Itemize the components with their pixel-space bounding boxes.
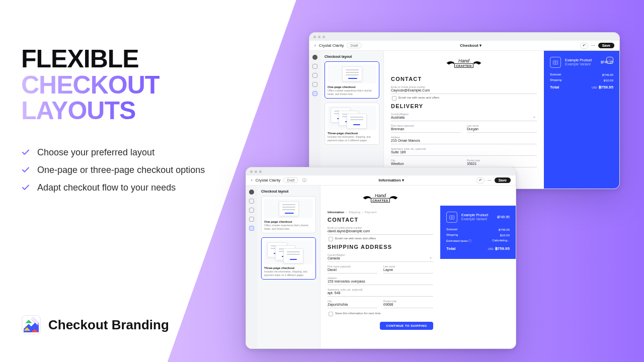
last-name-field[interactable]: Last nameLayne xyxy=(383,263,433,274)
last-name-field[interactable]: Last nameDurgan xyxy=(467,123,537,133)
city-field[interactable]: CityWestton xyxy=(391,157,461,167)
rail-layout-icon[interactable] xyxy=(312,91,317,96)
brand-logo-icon xyxy=(21,315,41,335)
option-one-page[interactable]: One-page checkout Offers a better experi… xyxy=(261,196,316,233)
optin-checkbox[interactable]: Email me with news and offers xyxy=(328,237,433,240)
brand: Checkout Branding xyxy=(21,315,169,335)
cart-icon[interactable] xyxy=(606,57,613,64)
undo-icon[interactable]: ↶ xyxy=(580,43,588,49)
window-one-page: ‹ Crystal Clarity Draft Checkout ▾ ↶ ⋯ S… xyxy=(309,32,620,189)
rail-layout-icon[interactable] xyxy=(249,226,254,231)
rail-home-icon[interactable] xyxy=(249,190,254,195)
side-panel: Checkout layout One-page checkout Offers… xyxy=(257,186,320,348)
apartment-field[interactable]: Apartment, suite, etc. (optional)apt. 54… xyxy=(328,287,433,297)
toolbar: ‹ Crystal Clarity Draft ⓘ Information ▾ … xyxy=(246,175,516,186)
tab-selector[interactable]: Checkout ▾ xyxy=(365,43,577,48)
svg-text:Hand: Hand xyxy=(458,58,470,63)
window-three-page: ‹ Crystal Clarity Draft ⓘ Information ▾ … xyxy=(246,167,516,349)
shop-name: Crystal Clarity xyxy=(256,178,281,183)
svg-point-10 xyxy=(451,217,453,218)
apartment-field[interactable]: Apartment, suite, etc. (optional)Suite 1… xyxy=(391,146,537,156)
product-thumb-icon xyxy=(550,57,561,68)
store-logo: HandCRAFTED xyxy=(328,192,433,207)
heading-shipping: SHIPPING ADDRESS xyxy=(328,244,433,250)
chevron-down-icon: ⌄ xyxy=(429,255,432,259)
panel-title: Checkout layout xyxy=(325,55,379,58)
status-badge: Draft xyxy=(283,177,298,183)
info-icon[interactable]: ⓘ xyxy=(302,177,306,183)
save-info-checkbox[interactable]: Save this information for next time xyxy=(328,312,433,315)
svg-text:Hand: Hand xyxy=(375,193,386,198)
bullet-1: Choose your preferred layout xyxy=(21,147,253,158)
svg-rect-9 xyxy=(450,216,454,219)
check-icon xyxy=(21,165,30,174)
email-field[interactable]: Email or mobile phone numberCayrosb@Exam… xyxy=(391,84,537,94)
svg-point-5 xyxy=(555,62,556,63)
undo-icon[interactable]: ↶ xyxy=(476,177,485,184)
optin-checkbox[interactable]: Email me with news and offers xyxy=(391,96,537,99)
continue-button[interactable]: CONTINUE TO SHIPPING xyxy=(380,322,433,330)
order-summary: Example ProductExample Variant ฿749.95 S… xyxy=(440,206,516,259)
save-button[interactable]: Save xyxy=(495,177,511,183)
check-icon xyxy=(21,148,30,157)
rail-item[interactable] xyxy=(312,82,317,87)
svg-text:CRAFTED: CRAFTED xyxy=(372,199,388,202)
rail-item[interactable] xyxy=(249,208,254,213)
postal-code-field[interactable]: Postal code35021 xyxy=(467,157,537,167)
check-icon xyxy=(21,183,30,192)
preview: HandCRAFTED Information › Shipping › Pay… xyxy=(320,186,516,348)
brand-name: Checkout Branding xyxy=(48,317,169,333)
hero-headline: Flexible Checkout Layouts xyxy=(21,46,253,124)
rail-item[interactable] xyxy=(249,199,254,204)
heading-contact: CONTACT xyxy=(391,76,537,82)
breadcrumb: Information › Shipping › Payment xyxy=(328,211,433,214)
product-thumb-icon xyxy=(446,212,457,223)
option-three-page[interactable]: Three-page checkout Includes the informa… xyxy=(325,103,379,145)
shop-name: Crystal Clarity xyxy=(319,43,344,48)
first-name-field[interactable]: First name (optional)David xyxy=(328,263,377,274)
first-name-field[interactable]: First name (optional)Brennan xyxy=(391,123,461,133)
rail-item[interactable] xyxy=(312,73,317,78)
heading-contact: CONTACT xyxy=(328,217,433,223)
postal-code-field[interactable]: Postal code69088 xyxy=(383,298,433,308)
rail-home-icon[interactable] xyxy=(312,55,317,60)
hero-bullets: Choose your preferred layout One-page or… xyxy=(21,147,253,193)
bullet-3: Adapt checkout flow to your needs xyxy=(21,183,253,193)
address-field[interactable]: Address153 mercedes overpass xyxy=(328,275,433,285)
more-icon[interactable]: ⋯ xyxy=(488,178,492,183)
hero-line1: Flexible xyxy=(21,45,139,73)
rail-item[interactable] xyxy=(312,64,317,69)
address-field[interactable]: Address215 Omari Manors xyxy=(391,134,537,144)
status-badge: Draft xyxy=(347,43,361,48)
hero-line2: Checkout xyxy=(21,71,159,99)
order-summary: Example ProductExample Variant ฿749.95 S… xyxy=(544,51,619,189)
rail-item[interactable] xyxy=(249,217,254,222)
panel-title: Checkout layout xyxy=(261,190,316,193)
more-icon[interactable]: ⋯ xyxy=(591,43,595,48)
toolbar: ‹ Crystal Clarity Draft Checkout ▾ ↶ ⋯ S… xyxy=(309,41,619,51)
country-field[interactable]: Country/RegionAustralia⌄ xyxy=(391,111,537,121)
tab-selector[interactable]: Information ▾ xyxy=(309,178,473,183)
side-rail xyxy=(246,186,257,348)
bullet-2: One-page or three-page checkout options xyxy=(21,165,253,175)
svg-text:CRAFTED: CRAFTED xyxy=(456,64,472,67)
hero: Flexible Checkout Layouts Choose your pr… xyxy=(21,46,253,200)
back-icon[interactable]: ‹ xyxy=(314,43,316,48)
svg-rect-4 xyxy=(553,61,558,64)
window-titlebar xyxy=(309,33,619,41)
heading-delivery: DELIVERY xyxy=(391,103,537,109)
chevron-down-icon: ⌄ xyxy=(533,115,536,119)
store-logo: HandCRAFTED xyxy=(391,57,537,72)
city-field[interactable]: CityZaporizhzhia xyxy=(328,298,377,308)
hero-line3: Layouts xyxy=(21,97,135,125)
back-icon[interactable]: ‹ xyxy=(251,178,253,183)
window-titlebar xyxy=(246,167,516,175)
country-field[interactable]: Country/RegionCanada⌄ xyxy=(328,252,433,262)
email-field[interactable]: Email or mobile phone numberdavid.layne@… xyxy=(328,225,433,235)
save-button[interactable]: Save xyxy=(598,43,614,48)
option-one-page[interactable]: One-page checkout Offers a better experi… xyxy=(325,61,379,99)
option-three-page[interactable]: Three-page checkout Includes the informa… xyxy=(261,237,316,280)
